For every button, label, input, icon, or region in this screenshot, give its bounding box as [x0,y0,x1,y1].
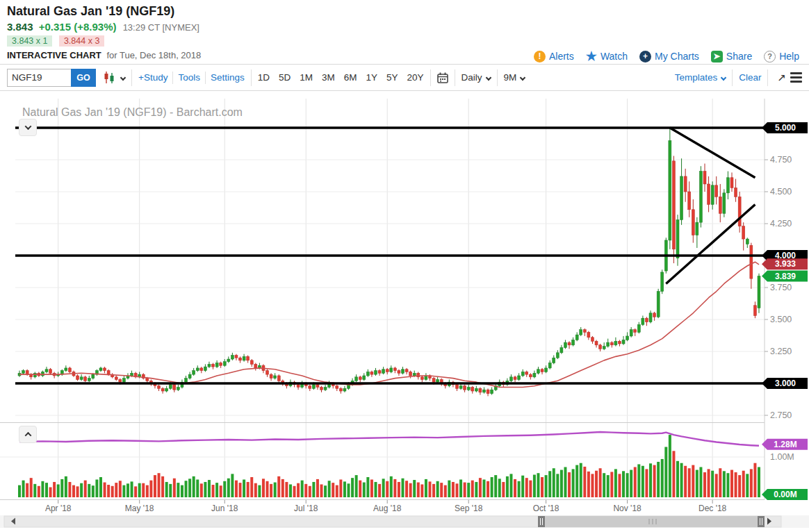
bid-ask-line: 3.843 x 1 3.844 x 3 [7,36,802,46]
svg-text:3.250: 3.250 [770,347,792,356]
clear-button[interactable]: Clear [739,72,761,83]
share-icon: ➤ [711,51,723,63]
svg-text:3.000: 3.000 [775,379,796,388]
my-charts-link[interactable]: + My Charts [639,51,699,63]
tools-button[interactable]: Tools [178,72,200,83]
svg-text:Apr '18: Apr '18 [45,504,72,513]
chart-canvas[interactable]: Natural Gas Jan '19 (NGF19) - Barchart.c… [0,94,809,531]
svg-text:Dec '18: Dec '18 [698,504,727,513]
svg-text:1.28M: 1.28M [774,440,796,449]
svg-text:4.750: 4.750 [770,155,792,165]
scrollbar-handle[interactable] [538,516,545,527]
section-label: INTERACTIVE CHART [7,50,101,60]
help-icon: ? [764,51,776,63]
pop-out-arrow-icon[interactable]: ↗ [777,72,786,84]
span-value: 9M [504,72,517,83]
watch-link[interactable]: ★ Watch [586,49,628,64]
frequency-dropdown[interactable]: Daily [461,72,491,83]
chevron-up-icon [24,432,31,439]
svg-text:5.000: 5.000 [775,123,796,133]
range-5d[interactable]: 5D [279,72,291,83]
price-axis: 4.7504.5004.2503.7503.5003.2502.7505.000… [762,122,808,500]
range-buttons: 1D 5D 1M 3M 6M 1Y 5Y 20Y [258,72,424,83]
collapse-price-panel-button[interactable] [19,119,37,136]
svg-text:3.750: 3.750 [770,283,792,292]
bid-badge: 3.843 x 1 [7,35,52,47]
range-6m[interactable]: 6M [344,72,357,83]
svg-text:Sep '18: Sep '18 [455,504,483,513]
add-study-button[interactable]: +Study [138,72,167,83]
svg-text:2.750: 2.750 [770,410,792,420]
price-change: +0.315 (+8.93%) [39,21,117,33]
svg-text:1.00M: 1.00M [770,452,794,462]
expand-volume-panel-button[interactable] [19,426,37,443]
templates-dropdown[interactable]: Templates [675,72,726,83]
svg-text:3.933: 3.933 [775,259,796,269]
range-5y[interactable]: 5Y [386,72,398,83]
time-axis: Apr '18May '18Jun '18Jul '18Aug '18Sep '… [45,500,727,513]
templates-label: Templates [675,72,718,83]
svg-text:3.500: 3.500 [770,315,792,324]
chart-watermark: Natural Gas Jan '19 (NGF19) - Barchart.c… [22,106,243,118]
frequency-value: Daily [461,72,482,83]
alerts-link[interactable]: ! Alerts [534,51,574,63]
alerts-label: Alerts [549,51,574,62]
svg-text:May '18: May '18 [125,504,154,513]
annotations-layer [15,128,765,383]
svg-text:3.839: 3.839 [775,272,796,281]
svg-text:Oct '18: Oct '18 [533,504,559,513]
chevron-down-icon [721,74,726,80]
alert-icon: ! [534,51,546,63]
range-20y[interactable]: 20Y [407,72,424,83]
svg-text:Jul '18: Jul '18 [294,504,318,513]
chart-type-icon[interactable] [103,72,117,83]
page-title: Natural Gas Jan '19 (NGF19) [7,4,802,19]
plus-circle-icon: + [639,51,651,63]
svg-text:Nov '18: Nov '18 [613,504,642,513]
chevron-down-icon [24,123,31,130]
volume-bars-layer [18,435,760,497]
calendar-icon[interactable] [437,72,448,83]
chart-toolbar: GO +Study Tools Settings 1D 5D 1M 3M 6M … [0,65,809,91]
last-price: 3.843 [7,21,33,33]
range-1m[interactable]: 1M [300,72,313,83]
red-ma-line [19,262,759,387]
ask-badge: 3.844 x 3 [59,35,104,47]
menu-icon[interactable] [790,72,802,83]
quote-line: 3.843 +0.315 (+8.93%) 13:29 CT [NYMEX] [7,21,802,33]
chevron-down-icon [520,74,525,80]
symbol-input[interactable] [7,69,71,87]
my-charts-label: My Charts [655,51,699,62]
header-actions: ! Alerts ★ Watch + My Charts ➤ Share ? H… [534,49,799,64]
help-link[interactable]: ? Help [764,51,799,63]
share-link[interactable]: ➤ Share [711,51,752,63]
svg-text:Jun '18: Jun '18 [211,504,238,513]
interactive-chart[interactable]: Natural Gas Jan '19 (NGF19) - Barchart.c… [0,94,809,531]
share-label: Share [726,51,752,62]
go-button[interactable]: GO [71,69,96,87]
quote-time: 13:29 CT [NYMEX] [123,22,199,33]
grid-layer [0,99,765,500]
candles-layer [18,128,760,396]
svg-text:4.250: 4.250 [770,219,792,228]
range-3m[interactable]: 3M [322,72,335,83]
svg-text:4.500: 4.500 [770,187,792,197]
settings-button[interactable]: Settings [211,72,245,83]
quote-header: Natural Gas Jan '19 (NGF19) 3.843 +0.315… [0,0,809,65]
help-label: Help [779,51,799,62]
chevron-down-icon [485,74,491,80]
chart-scrollbar[interactable] [0,515,809,528]
svg-text:0.00M: 0.00M [774,490,796,499]
watch-label: Watch [600,51,628,62]
star-icon: ★ [586,49,597,64]
section-date: for Tue, Dec 18th, 2018 [106,50,201,60]
span-dropdown[interactable]: 9M [504,72,525,83]
chevron-down-icon[interactable] [120,74,126,80]
range-1y[interactable]: 1Y [366,72,378,83]
range-1d[interactable]: 1D [258,72,270,83]
scrollbar-handle[interactable] [758,516,765,527]
open-interest-line [19,432,759,446]
svg-text:Aug '18: Aug '18 [373,504,402,513]
